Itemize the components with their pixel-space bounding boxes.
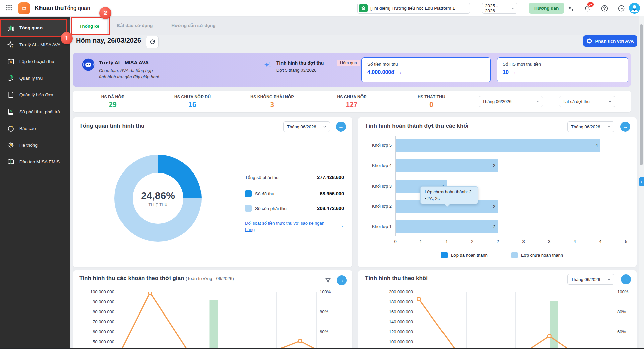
- refresh-button[interactable]: [146, 36, 159, 48]
- new-money-card[interactable]: Số tiền mới thu 4.000.000đ→: [361, 57, 491, 82]
- x-tick-label: 4: [570, 239, 580, 244]
- side-panel-toggle[interactable]: ‹: [639, 177, 644, 186]
- school-house-icon: [359, 4, 368, 12]
- khoi-revenue-month-dropdown[interactable]: Tháng 06/2026: [567, 274, 614, 285]
- x-tick-label: 3: [544, 239, 554, 244]
- tab-3[interactable]: Hướng dẫn sử dụng: [162, 16, 225, 35]
- khoi-revenue-title: Tình hình thu theo khối: [365, 275, 428, 282]
- x-tick-label: 3: [518, 239, 529, 244]
- more-options-icon[interactable]: [617, 4, 625, 12]
- grade-completion-detail-button[interactable]: →: [620, 122, 630, 132]
- y-axis-label: 100.000.000: [380, 339, 413, 344]
- new-students-card[interactable]: Số HS mới thu tiền 10→: [497, 57, 628, 82]
- bar-chart-tooltip: Lớp chưa hoàn thành: 2 • 2A, 2c: [420, 186, 478, 204]
- pie-icon: [7, 124, 15, 132]
- sidebar-item-quan-ly-thu[interactable]: $Quản lý thu: [0, 70, 70, 86]
- chevron-down-icon: [323, 125, 326, 128]
- khoi-revenue-detail-button[interactable]: →: [621, 274, 631, 284]
- scrollbar-thumb[interactable]: [640, 24, 643, 165]
- chevron-down-icon: [608, 100, 612, 103]
- ledger-icon: $: [7, 108, 15, 116]
- bar-khối-lớp-5[interactable]: 4: [396, 139, 600, 152]
- bar-khối-lớp-1[interactable]: 2: [396, 220, 498, 233]
- time-revenue-card: Tình hình thu các khoản theo thời gian (…: [73, 270, 352, 349]
- svg-text:$: $: [10, 109, 11, 113]
- analyze-with-ava-button[interactable]: Phân tích với AVA: [583, 35, 637, 47]
- grade-completion-month-dropdown[interactable]: Tháng 06/2026: [567, 121, 614, 132]
- today-label: Hôm nay, 26/03/2026: [76, 37, 141, 44]
- chevron-down-icon: [607, 125, 611, 128]
- y-axis-label: 80.000.000: [81, 309, 114, 315]
- yesterday-badge: Hôm qua: [337, 60, 360, 66]
- y-axis-label: 100.000.000: [81, 289, 114, 294]
- user-avatar[interactable]: [629, 3, 640, 14]
- school-selector[interactable]: [Thí điểm] Trường tiểu học Edu Platform …: [357, 3, 470, 14]
- notification-badge: 9+: [587, 2, 594, 7]
- link-arrow-icon[interactable]: →: [338, 223, 344, 229]
- legend-pending: Lớp chưa hoàn thành: [511, 252, 563, 258]
- ava-robot-avatar-icon: [82, 58, 95, 71]
- pending-legend-swatch: [511, 252, 518, 258]
- bank-reconciliation-link[interactable]: Đối soát số tiền thực thu với sao kê ngâ…: [245, 220, 338, 233]
- tab-2[interactable]: Bắt đầu sử dụng: [107, 16, 162, 35]
- sidebar-item-tro-ly-ai[interactable]: Trợ lý AI - MISA AVA: [0, 36, 70, 53]
- y-axis-label: 50.000.000: [81, 339, 114, 344]
- ava-greeting-line2: tình hình thu gần đây giúp bạn!: [99, 74, 159, 79]
- y-axis-label: 90.000.000: [81, 299, 114, 304]
- new-students-label: Số HS mới thu tiền: [503, 62, 623, 67]
- tab-bar: Thống kêBắt đầu sử dụngHướng dẫn sử dụng: [70, 16, 639, 35]
- help-circle-icon[interactable]: [600, 4, 609, 12]
- sidebar-item-tong-quan[interactable]: Tổng quan: [0, 19, 70, 36]
- ai-star-icon: [7, 41, 15, 49]
- donut-percent-caption: TỈ LỆ THU: [148, 203, 167, 207]
- collection-overview-month-dropdown[interactable]: Tháng 06/2026: [283, 121, 330, 132]
- total-receivable-row: Tổng số phải thu 277.428.600: [245, 173, 344, 181]
- sidebar-item-he-thong[interactable]: Hệ thống: [0, 137, 70, 153]
- collection-overview-detail-button[interactable]: →: [336, 122, 346, 132]
- time-revenue-detail-button[interactable]: →: [337, 275, 347, 285]
- y2-axis-label: 80%: [320, 309, 328, 315]
- stats-batch-dropdown[interactable]: Tất cả đợt thu: [559, 96, 615, 107]
- collected-row: Số đã thu 68.956.000: [245, 190, 344, 197]
- stats-month-dropdown[interactable]: Tháng 06/2026: [479, 96, 543, 107]
- bar-category-label: Khối lớp 4: [359, 159, 392, 172]
- sidebar-item-dao-tao-misa-emis[interactable]: Đào tạo MISA EMIS: [0, 153, 70, 170]
- y2-axis-label: 80%: [617, 309, 626, 315]
- sparkle-icon: [263, 61, 272, 71]
- ava-banner: Trợ lý AI - MISA AVA Chào bạn, AVA đã tổ…: [73, 53, 631, 87]
- annotation-step-2: 2: [99, 7, 111, 19]
- sidebar-item-lap-ke-hoach-thu[interactable]: $Lập kế hoạch thu: [0, 53, 70, 70]
- arrow-right-icon: →: [397, 69, 402, 75]
- calendar-dollar-icon: $: [7, 57, 15, 65]
- x-tick-label: 1: [416, 239, 426, 244]
- ai-sparkles-icon[interactable]: [566, 4, 574, 12]
- bar-category-label: Khối lớp 5: [359, 139, 392, 152]
- tab-1[interactable]: Thống kê: [71, 16, 107, 35]
- help-guide-button[interactable]: Hướng dẫn: [529, 3, 564, 14]
- collection-overview-title: Tổng quan tình hình thu: [79, 123, 145, 129]
- svg-text:$: $: [10, 75, 12, 78]
- gear-icon: [7, 141, 15, 149]
- collection-status-title: Tình hình thu đợt thu: [276, 60, 324, 66]
- line-chart-plot: [117, 292, 316, 349]
- y-axis-label: 140.000.000: [380, 319, 413, 324]
- sidebar-item-so-phai-thu-phai-tra[interactable]: $Sổ phải thu, phải trả: [0, 103, 70, 120]
- svg-text:$: $: [10, 60, 11, 64]
- sidebar-item-quan-ly-hoa-don[interactable]: Quản lý hóa đơn: [0, 86, 70, 103]
- filter-funnel-icon[interactable]: [325, 277, 331, 285]
- x-tick-label: 0: [390, 239, 400, 244]
- app-grid-icon[interactable]: [5, 4, 13, 11]
- stat-2: HS CHƯA NỘP ĐỦ16: [153, 91, 232, 112]
- y-axis-label: 160.000.000: [380, 309, 413, 315]
- bar-chart-icon: [7, 24, 15, 32]
- collected-legend-swatch: [245, 190, 252, 197]
- y-axis-label: 120.000.000: [380, 329, 413, 334]
- notifications-bell-icon[interactable]: 9+: [583, 4, 591, 12]
- banner-divider: [254, 57, 254, 83]
- time-revenue-subtitle: (Toàn trường - 06/2026): [186, 276, 234, 281]
- bar-khối-lớp-4[interactable]: 2: [396, 159, 498, 172]
- sidebar-item-bao-cao[interactable]: Báo cáo: [0, 120, 70, 137]
- khoan-thu-app-logo-icon[interactable]: [18, 2, 30, 14]
- school-year-dropdown[interactable]: 2025 - 2026: [482, 3, 517, 14]
- y2-axis-label: 60%: [320, 329, 328, 334]
